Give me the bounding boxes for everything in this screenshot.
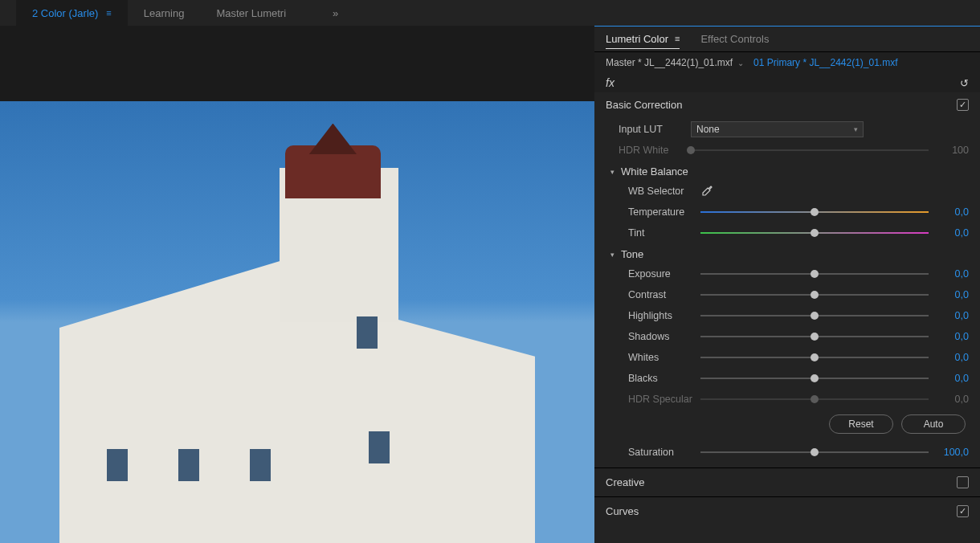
hamburger-icon[interactable]: ≡ — [675, 34, 680, 43]
current-clip-link[interactable]: 01 Primary * JL__2442(1)_01.mxf — [753, 57, 897, 68]
disclosure-triangle-icon: ▾ — [610, 251, 615, 259]
curves-toggle[interactable] — [957, 505, 969, 517]
basic-correction-toggle[interactable] — [957, 99, 969, 111]
whites-slider[interactable] — [700, 357, 929, 358]
tint-value[interactable]: 0,0 — [937, 227, 969, 239]
workspace-tab-color[interactable]: 2 Color (Jarle) ≡ — [16, 0, 128, 26]
eyedropper-icon[interactable] — [700, 185, 713, 198]
workspace-tab-learning[interactable]: Learning — [128, 0, 201, 26]
chevron-down-icon[interactable]: ⌄ — [737, 59, 744, 67]
subsection-tone[interactable]: ▾ Tone — [594, 243, 980, 263]
chevron-down-icon: ▾ — [854, 125, 858, 133]
contrast-value[interactable]: 0,0 — [937, 289, 969, 300]
section-curves[interactable]: Curves — [594, 499, 980, 524]
lumetri-panel: Lumetri Color ≡ Effect Controls Master *… — [594, 26, 980, 543]
shadows-slider[interactable] — [700, 336, 929, 337]
creative-toggle[interactable] — [957, 476, 969, 488]
panel-tab-bar: Lumetri Color ≡ Effect Controls — [594, 27, 980, 52]
blacks-slider[interactable] — [700, 378, 929, 379]
hdr-specular-slider — [700, 398, 929, 400]
program-monitor — [0, 26, 594, 543]
workspace-tab-bar: 2 Color (Jarle) ≡ Learning Master Lumetr… — [0, 0, 980, 26]
saturation-slider[interactable] — [700, 451, 929, 453]
temperature-value[interactable]: 0,0 — [937, 206, 969, 218]
input-lut-row: Input LUT None ▾ — [594, 119, 980, 140]
contrast-slider[interactable] — [700, 294, 929, 296]
chevron-double-right-icon: » — [333, 7, 338, 19]
workspace-tab-label: 2 Color (Jarle) — [32, 7, 98, 19]
fx-row: fx ↺ — [594, 73, 980, 92]
section-creative[interactable]: Creative — [594, 470, 980, 495]
tint-slider[interactable] — [700, 232, 929, 234]
section-basic-correction[interactable]: Basic Correction — [594, 92, 980, 117]
tab-effect-controls[interactable]: Effect Controls — [700, 33, 769, 45]
temperature-slider[interactable] — [700, 211, 929, 213]
hdr-white-slider — [691, 149, 929, 151]
highlights-value[interactable]: 0,0 — [937, 310, 969, 321]
disclosure-triangle-icon: ▾ — [610, 168, 615, 176]
tab-lumetri-color[interactable]: Lumetri Color ≡ — [606, 33, 680, 49]
input-lut-select[interactable]: None ▾ — [691, 121, 864, 137]
video-frame-placeholder — [0, 101, 594, 543]
saturation-value[interactable]: 100,0 — [937, 447, 969, 458]
workspace-tab-master-lumetri[interactable]: Master Lumetri — [200, 0, 302, 26]
blacks-value[interactable]: 0,0 — [937, 373, 969, 384]
tint-row: Tint 0,0 — [594, 223, 980, 243]
subsection-white-balance[interactable]: ▾ White Balance — [594, 161, 980, 181]
auto-button[interactable]: Auto — [901, 414, 966, 434]
master-clip-label: Master * JL__2442(1)_01.mxf — [606, 57, 733, 68]
temperature-row: Temperature 0,0 — [594, 202, 980, 223]
fx-label[interactable]: fx — [606, 76, 615, 89]
hdr-white-row: HDR White 100 — [594, 140, 980, 161]
reset-button[interactable]: Reset — [829, 414, 893, 434]
highlights-slider[interactable] — [700, 315, 929, 316]
whites-value[interactable]: 0,0 — [937, 352, 969, 363]
shadows-value[interactable]: 0,0 — [937, 331, 969, 342]
hamburger-icon[interactable]: ≡ — [106, 8, 111, 18]
clip-breadcrumb: Master * JL__2442(1)_01.mxf ⌄ 01 Primary… — [594, 52, 980, 73]
wb-selector-row: WB Selector — [594, 181, 980, 202]
reset-effect-icon[interactable]: ↺ — [960, 77, 969, 89]
exposure-value[interactable]: 0,0 — [937, 268, 969, 280]
workspace-overflow-button[interactable]: » — [326, 7, 345, 19]
exposure-slider[interactable] — [700, 273, 929, 275]
